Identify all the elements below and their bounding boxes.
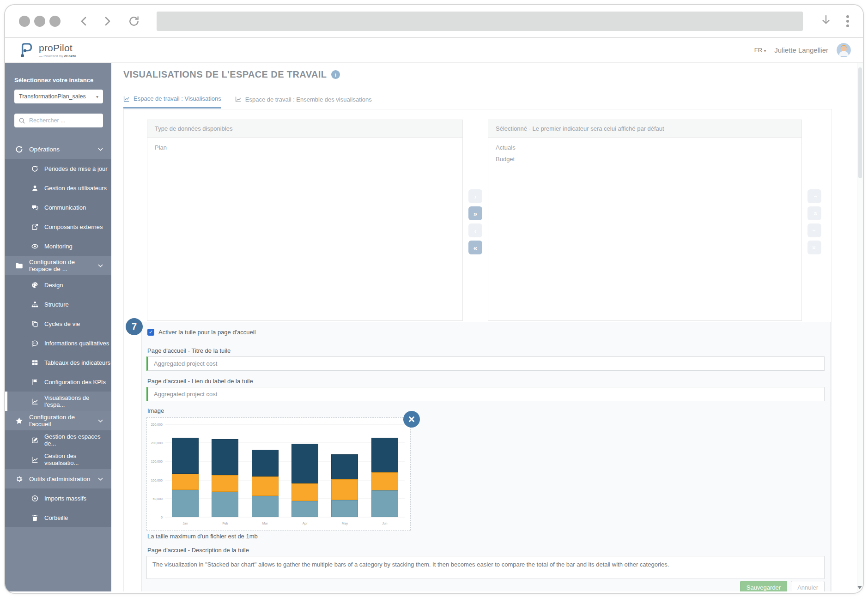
move-bottom-button[interactable]: » [807,241,821,254]
menu-kebab-icon[interactable] [846,15,849,27]
tile-description-label: Page d'accueil - Description de la tuile [147,547,249,554]
scrollbar-thumb[interactable] [858,67,862,178]
move-up-button[interactable]: › [807,189,821,203]
chart-bar-segment [331,454,358,479]
window-control-dot[interactable] [49,16,61,27]
eye-icon [31,243,38,250]
sidebar-item-tableaux[interactable]: Tableaux des indicateurs [5,353,111,372]
chevron-down-icon [98,264,103,267]
tile-description-input[interactable]: The visualization in "Stacked bar chart"… [146,556,825,579]
sidebar-item-kpis[interactable]: Configuration des KPIs [5,372,111,392]
avatar[interactable] [837,43,851,57]
chart-bar-segment [212,439,238,475]
sidebar-item-utilisateurs[interactable]: Gestion des utilisateurs [5,178,111,198]
sidebar-item-composants[interactable]: Composants externes [5,217,111,236]
list-item[interactable]: Plan [155,144,455,151]
sidebar-item-imports[interactable]: Imports massifs [5,488,111,508]
step-badge: 7 [126,318,143,335]
move-down-button[interactable]: › [807,223,821,237]
sidebar-item-cycles[interactable]: Cycles de vie [5,314,111,333]
chart-bar [291,444,318,517]
move-all-right-button[interactable]: » [468,206,482,220]
chart-bar [252,450,279,517]
tab-bar: Espace de travail : Visualisations Espac… [123,95,372,109]
chart-bar-segment [291,501,318,517]
url-bar[interactable] [157,12,803,31]
selected-panel-header: Sélectionné - Le premier indicateur sera… [488,120,801,138]
chart-bar [371,438,398,517]
sidebar-item-gestion-espaces[interactable]: Gestion des espaces de... [5,430,111,450]
sidebar-group-config-accueil[interactable]: Configuration de l'accueil [5,411,111,430]
list-item[interactable]: Budget [496,156,794,163]
sidebar: Sélectionnez votre instance Transformati… [5,63,111,591]
move-right-button[interactable]: › [468,189,482,203]
tile-form: ✓ Activer la tuile pour la page d'accuei… [141,322,831,591]
chart-bar [331,454,358,517]
scroll-down-icon[interactable] [857,586,862,589]
cancel-button[interactable]: Annuler [791,581,825,591]
folder-icon [15,262,23,270]
chart-bar-segment [172,438,199,474]
content-card: Type de données disponibles Plan › » ‹ «… [123,109,832,591]
sidebar-item-informations[interactable]: Informations qualitatives [5,333,111,353]
instance-label: Sélectionnez votre instance [14,77,102,84]
back-icon[interactable] [79,16,89,27]
window-control-dot[interactable] [34,16,45,27]
sidebar-group-operations[interactable]: Opérations [5,139,111,159]
forward-icon[interactable] [102,16,112,27]
sidebar-item-periodes[interactable]: Périodes de mise à jour [5,159,111,178]
chart-bar-segment [172,490,199,517]
tile-title-input[interactable] [146,356,825,371]
sidebar-item-structure[interactable]: Structure [5,295,111,314]
browser-window: proPilot — Powered by dFakto FR ▾ Juliet… [4,4,864,594]
chart-bar-segment [291,444,318,483]
list-item[interactable]: Actuals [496,144,794,151]
sidebar-group-config-espace[interactable]: Configuration de l'espace de ... [5,256,111,275]
chart-bar [212,439,238,517]
sidebar-item-design[interactable]: Design [5,275,111,295]
main-content: VISUALISATIONS DE L'ESPACE DE TRAVAIL i … [111,63,863,591]
info-icon[interactable]: i [331,70,340,79]
available-panel-header: Type de données disponibles [147,120,462,138]
remove-image-button[interactable] [403,411,420,428]
available-panel: Type de données disponibles Plan [147,120,463,321]
chart-bar-segment [172,474,199,490]
trash-icon [31,514,38,521]
move-top-button[interactable]: » [807,206,821,220]
refresh-icon[interactable] [128,15,140,27]
chat-icon [31,204,38,211]
gear-icon [15,475,23,483]
sidebar-group-label: Configuration de l'espace de ... [29,259,92,272]
move-all-left-button[interactable]: « [468,241,482,254]
chart-ytick: 200,000 [151,441,163,445]
sidebar-item-communication[interactable]: Communication [5,198,111,217]
instance-select[interactable]: TransformationPlan_sales ▾ [14,90,103,103]
window-control-dot[interactable] [19,16,30,27]
sidebar-item-monitoring[interactable]: Monitoring [5,236,111,256]
chart-bar-segment [371,490,398,517]
chart-line-icon [31,398,38,405]
download-icon[interactable] [820,14,832,28]
tile-link-input[interactable] [146,387,825,401]
chevron-down-icon: ▾ [764,48,766,53]
sidebar-item-corbeille[interactable]: Corbeille [5,508,111,527]
chart-bar-segment [252,450,279,476]
comment-dots-icon [31,340,38,347]
sidebar-group-outils-admin[interactable]: Outils d'administration [5,469,111,488]
enable-tile-checkbox[interactable]: ✓ [147,329,154,336]
search-input[interactable] [29,117,103,124]
tab-visualisations[interactable]: Espace de travail : Visualisations [123,95,221,109]
chart-bar-segment [252,496,279,517]
sitemap-icon [31,301,38,308]
language-selector[interactable]: FR ▾ [754,47,766,54]
chart-xtick: Apr [285,522,325,525]
sidebar-item-gestion-visualisations[interactable]: Gestion des visualisatio... [5,450,111,469]
chart-bar-segment [331,500,358,517]
chart-bar-segment [212,475,238,492]
sidebar-item-visualisations[interactable]: Visualisations de l'espa... [5,392,111,411]
save-button[interactable]: Sauvegarder [740,581,787,591]
tab-ensemble-visualisations[interactable]: Espace de travail : Ensemble des visuali… [235,95,372,109]
move-left-button[interactable]: ‹ [468,223,482,237]
chart-xtick: Jan [165,522,205,525]
chevron-down-icon: ▾ [96,94,98,99]
